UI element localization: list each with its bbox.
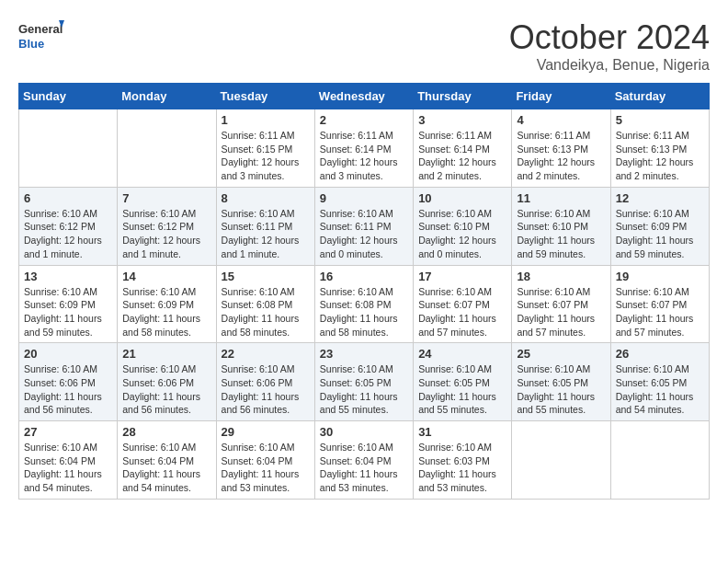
- day-info: Sunrise: 6:10 AMSunset: 6:03 PMDaylight:…: [418, 441, 506, 495]
- calendar-cell: 9Sunrise: 6:10 AMSunset: 6:11 PMDaylight…: [314, 187, 413, 265]
- calendar-cell: 19Sunrise: 6:10 AMSunset: 6:07 PMDayligh…: [610, 265, 709, 343]
- day-info: Sunrise: 6:10 AMSunset: 6:11 PMDaylight:…: [320, 207, 408, 261]
- calendar-cell: 3Sunrise: 6:11 AMSunset: 6:14 PMDaylight…: [414, 109, 512, 188]
- day-number: 30: [320, 425, 408, 439]
- day-info: Sunrise: 6:10 AMSunset: 6:05 PMDaylight:…: [517, 362, 605, 417]
- day-number: 13: [24, 270, 112, 283]
- calendar-cell: 5Sunrise: 6:11 AMSunset: 6:13 PMDaylight…: [610, 109, 709, 188]
- day-number: 20: [24, 347, 112, 361]
- day-info: Sunrise: 6:10 AMSunset: 6:08 PMDaylight:…: [222, 285, 310, 339]
- calendar-cell: 10Sunrise: 6:10 AMSunset: 6:10 PMDayligh…: [414, 187, 512, 265]
- day-header-tuesday: Tuesday: [216, 84, 314, 109]
- day-number: 5: [616, 113, 704, 127]
- week-row-1: 1Sunrise: 6:11 AMSunset: 6:15 PMDaylight…: [19, 109, 710, 188]
- day-number: 23: [320, 347, 408, 361]
- day-number: 24: [418, 347, 506, 361]
- day-number: 7: [122, 191, 210, 205]
- day-number: 12: [616, 191, 704, 205]
- day-header-sunday: Sunday: [19, 84, 118, 109]
- day-header-saturday: Saturday: [610, 84, 709, 109]
- calendar-cell: [19, 109, 118, 188]
- day-info: Sunrise: 6:10 AMSunset: 6:04 PMDaylight:…: [222, 441, 310, 495]
- day-info: Sunrise: 6:10 AMSunset: 6:10 PMDaylight:…: [517, 207, 605, 261]
- day-info: Sunrise: 6:10 AMSunset: 6:08 PMDaylight:…: [320, 285, 408, 339]
- calendar-cell: 14Sunrise: 6:10 AMSunset: 6:09 PMDayligh…: [118, 265, 216, 343]
- day-info: Sunrise: 6:10 AMSunset: 6:09 PMDaylight:…: [24, 285, 112, 339]
- day-number: 31: [418, 425, 506, 439]
- day-number: 18: [517, 270, 605, 283]
- day-number: 14: [122, 270, 210, 283]
- calendar-cell: 1Sunrise: 6:11 AMSunset: 6:15 PMDaylight…: [216, 109, 314, 188]
- calendar-cell: 15Sunrise: 6:10 AMSunset: 6:08 PMDayligh…: [216, 265, 314, 343]
- day-number: 25: [517, 347, 605, 361]
- day-info: Sunrise: 6:10 AMSunset: 6:04 PMDaylight:…: [320, 441, 408, 495]
- day-info: Sunrise: 6:10 AMSunset: 6:09 PMDaylight:…: [122, 285, 210, 339]
- calendar-cell: [118, 109, 216, 188]
- day-info: Sunrise: 6:10 AMSunset: 6:09 PMDaylight:…: [616, 207, 704, 261]
- calendar-cell: 7Sunrise: 6:10 AMSunset: 6:12 PMDaylight…: [118, 187, 216, 265]
- calendar-cell: 20Sunrise: 6:10 AMSunset: 6:06 PMDayligh…: [19, 343, 118, 421]
- calendar-cell: 28Sunrise: 6:10 AMSunset: 6:04 PMDayligh…: [118, 421, 216, 500]
- week-row-4: 20Sunrise: 6:10 AMSunset: 6:06 PMDayligh…: [19, 343, 710, 421]
- day-info: Sunrise: 6:10 AMSunset: 6:05 PMDaylight:…: [320, 362, 408, 417]
- calendar-cell: 26Sunrise: 6:10 AMSunset: 6:05 PMDayligh…: [610, 343, 709, 421]
- calendar-cell: 18Sunrise: 6:10 AMSunset: 6:07 PMDayligh…: [512, 265, 610, 343]
- calendar-cell: 11Sunrise: 6:10 AMSunset: 6:10 PMDayligh…: [512, 187, 610, 265]
- calendar-cell: 16Sunrise: 6:10 AMSunset: 6:08 PMDayligh…: [314, 265, 413, 343]
- calendar-cell: 24Sunrise: 6:10 AMSunset: 6:05 PMDayligh…: [414, 343, 512, 421]
- day-header-monday: Monday: [118, 84, 216, 109]
- day-info: Sunrise: 6:10 AMSunset: 6:04 PMDaylight:…: [24, 441, 112, 495]
- day-info: Sunrise: 6:10 AMSunset: 6:05 PMDaylight:…: [616, 362, 704, 417]
- day-info: Sunrise: 6:11 AMSunset: 6:14 PMDaylight:…: [418, 129, 506, 183]
- day-number: 11: [517, 191, 605, 205]
- location-subtitle: Vandeikya, Benue, Nigeria: [509, 57, 710, 74]
- day-number: 28: [122, 425, 210, 439]
- day-header-wednesday: Wednesday: [314, 84, 413, 109]
- day-number: 16: [320, 270, 408, 283]
- month-title: October 2024: [509, 18, 710, 57]
- calendar-cell: 21Sunrise: 6:10 AMSunset: 6:06 PMDayligh…: [118, 343, 216, 421]
- day-number: 6: [24, 191, 112, 205]
- day-info: Sunrise: 6:10 AMSunset: 6:11 PMDaylight:…: [222, 207, 310, 261]
- day-info: Sunrise: 6:11 AMSunset: 6:15 PMDaylight:…: [222, 129, 310, 183]
- day-header-friday: Friday: [512, 84, 610, 109]
- day-info: Sunrise: 6:10 AMSunset: 6:12 PMDaylight:…: [24, 207, 112, 261]
- calendar-cell: [610, 421, 709, 500]
- day-number: 8: [222, 191, 310, 205]
- calendar-cell: 29Sunrise: 6:10 AMSunset: 6:04 PMDayligh…: [216, 421, 314, 500]
- day-info: Sunrise: 6:10 AMSunset: 6:05 PMDaylight:…: [418, 362, 506, 417]
- day-info: Sunrise: 6:10 AMSunset: 6:06 PMDaylight:…: [122, 362, 210, 417]
- title-area: October 2024 Vandeikya, Benue, Nigeria: [509, 18, 710, 74]
- calendar-table: SundayMondayTuesdayWednesdayThursdayFrid…: [18, 83, 710, 500]
- calendar-cell: 25Sunrise: 6:10 AMSunset: 6:05 PMDayligh…: [512, 343, 610, 421]
- day-info: Sunrise: 6:10 AMSunset: 6:04 PMDaylight:…: [122, 441, 210, 495]
- day-number: 21: [122, 347, 210, 361]
- day-number: 29: [222, 425, 310, 439]
- logo-svg: General Blue: [18, 18, 64, 57]
- day-number: 10: [418, 191, 506, 205]
- day-number: 3: [418, 113, 506, 127]
- day-info: Sunrise: 6:11 AMSunset: 6:13 PMDaylight:…: [616, 129, 704, 183]
- page-header: General Blue October 2024 Vandeikya, Ben…: [18, 18, 710, 74]
- week-row-2: 6Sunrise: 6:10 AMSunset: 6:12 PMDaylight…: [19, 187, 710, 265]
- calendar-cell: 8Sunrise: 6:10 AMSunset: 6:11 PMDaylight…: [216, 187, 314, 265]
- svg-text:Blue: Blue: [18, 37, 44, 51]
- day-info: Sunrise: 6:10 AMSunset: 6:06 PMDaylight:…: [24, 362, 112, 417]
- logo: General Blue: [18, 18, 64, 57]
- calendar-cell: 6Sunrise: 6:10 AMSunset: 6:12 PMDaylight…: [19, 187, 118, 265]
- day-number: 9: [320, 191, 408, 205]
- day-number: 22: [222, 347, 310, 361]
- calendar-cell: 13Sunrise: 6:10 AMSunset: 6:09 PMDayligh…: [19, 265, 118, 343]
- day-header-thursday: Thursday: [414, 84, 512, 109]
- day-info: Sunrise: 6:10 AMSunset: 6:07 PMDaylight:…: [616, 285, 704, 339]
- calendar-cell: 23Sunrise: 6:10 AMSunset: 6:05 PMDayligh…: [314, 343, 413, 421]
- day-info: Sunrise: 6:10 AMSunset: 6:07 PMDaylight:…: [517, 285, 605, 339]
- day-number: 15: [222, 270, 310, 283]
- day-info: Sunrise: 6:10 AMSunset: 6:10 PMDaylight:…: [418, 207, 506, 261]
- calendar-cell: 12Sunrise: 6:10 AMSunset: 6:09 PMDayligh…: [610, 187, 709, 265]
- day-number: 4: [517, 113, 605, 127]
- calendar-cell: 4Sunrise: 6:11 AMSunset: 6:13 PMDaylight…: [512, 109, 610, 188]
- day-info: Sunrise: 6:10 AMSunset: 6:07 PMDaylight:…: [418, 285, 506, 339]
- calendar-cell: 17Sunrise: 6:10 AMSunset: 6:07 PMDayligh…: [414, 265, 512, 343]
- calendar-cell: 30Sunrise: 6:10 AMSunset: 6:04 PMDayligh…: [314, 421, 413, 500]
